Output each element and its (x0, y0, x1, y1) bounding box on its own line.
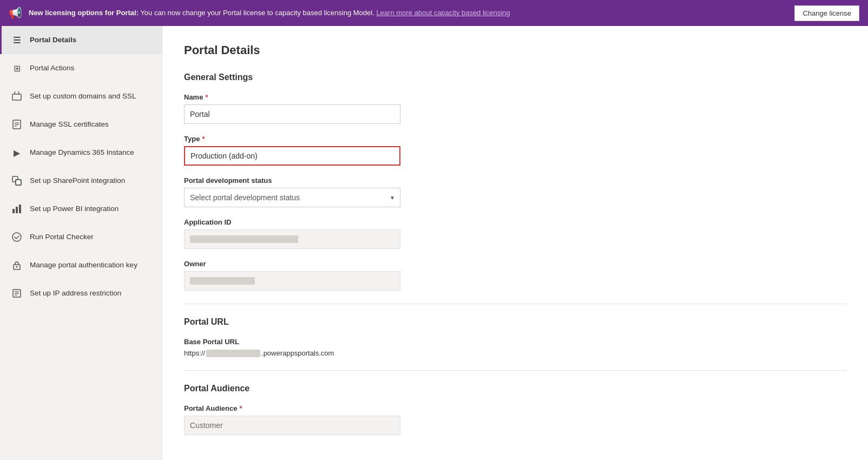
audience-label: Portal Audience * (184, 404, 846, 412)
sidebar-item-ip-restriction[interactable]: Set up IP address restriction (0, 279, 162, 307)
banner-icon: 📢 (9, 6, 22, 19)
audience-value: Customer (184, 416, 400, 435)
portal-audience-title: Portal Audience (184, 384, 846, 393)
type-input[interactable] (184, 146, 400, 166)
svg-rect-8 (12, 209, 15, 213)
play-icon: ▶ (10, 146, 23, 159)
dev-status-label: Portal development status (184, 176, 846, 185)
svg-point-11 (12, 233, 21, 241)
certificate-icon (10, 118, 23, 131)
list-icon: ☰ (10, 34, 23, 47)
section-divider-2 (184, 370, 846, 371)
app-id-redacted (190, 235, 298, 243)
banner-text: New licensing options for Portal: You ca… (29, 8, 788, 18)
sidebar-item-custom-domains[interactable]: Set up custom domains and SSL (0, 82, 162, 110)
svg-rect-6 (16, 180, 21, 185)
sidebar-item-portal-checker[interactable]: Run Portal Checker (0, 223, 162, 251)
chart-icon (10, 202, 23, 215)
section-divider-1 (184, 304, 846, 304)
checker-icon (10, 231, 23, 244)
change-license-button[interactable]: Change license (794, 5, 859, 21)
sidebar-item-portal-details[interactable]: ☰ Portal Details (0, 26, 162, 54)
sidebar-item-portal-actions[interactable]: ⊞ Portal Actions (0, 54, 162, 82)
portal-audience-section: Portal Audience Portal Audience * Custom… (184, 384, 846, 435)
restriction-icon (10, 287, 23, 300)
sharepoint-icon (10, 174, 23, 187)
domain-icon (10, 90, 23, 103)
general-settings-title: General Settings (184, 73, 846, 82)
general-settings-section: General Settings Name * Type * (184, 73, 846, 291)
portal-url-title: Portal URL (184, 317, 846, 327)
dev-status-field-group: Portal development status Select portal … (184, 176, 846, 207)
sidebar-item-power-bi[interactable]: Set up Power BI integration (0, 195, 162, 223)
content-area: Portal Details General Settings Name * T… (162, 26, 868, 460)
sidebar-item-ssl-certs[interactable]: Manage SSL certificates (0, 110, 162, 139)
url-redacted (206, 350, 260, 357)
app-id-field-group: Application ID (184, 218, 846, 249)
svg-rect-0 (12, 94, 21, 100)
name-input[interactable] (184, 104, 400, 124)
owner-redacted (190, 277, 255, 285)
dev-status-select[interactable]: Select portal development status (184, 188, 400, 207)
base-url-label: Base Portal URL (184, 338, 846, 346)
dev-status-select-wrapper: Select portal development status (184, 188, 400, 207)
app-id-value (184, 229, 400, 249)
portal-url-section: Portal URL Base Portal URL https:// .pow… (184, 317, 846, 357)
name-label: Name * (184, 93, 846, 101)
lock-icon (10, 259, 23, 272)
sidebar-item-auth-key[interactable]: Manage portal authentication key (0, 251, 162, 279)
sidebar-item-sharepoint[interactable]: Set up SharePoint integration (0, 167, 162, 195)
sidebar: ☰ Portal Details ⊞ Portal Actions Set up… (0, 26, 162, 460)
owner-value (184, 271, 400, 291)
type-required-star: * (202, 135, 205, 143)
app-id-label: Application ID (184, 218, 846, 226)
main-layout: ☰ Portal Details ⊞ Portal Actions Set up… (0, 26, 868, 460)
type-field-group: Type * (184, 135, 846, 166)
owner-label: Owner (184, 260, 846, 268)
audience-field-group: Portal Audience * Customer (184, 404, 846, 435)
learn-more-link[interactable]: Learn more about capacity based licensin… (376, 9, 510, 17)
svg-point-13 (16, 266, 18, 268)
name-field-group: Name * (184, 93, 846, 124)
page-title: Portal Details (184, 43, 846, 57)
owner-field-group: Owner (184, 260, 846, 291)
svg-rect-9 (16, 207, 18, 213)
svg-rect-10 (19, 205, 21, 213)
type-label: Type * (184, 135, 846, 143)
licensing-banner: 📢 New licensing options for Portal: You … (0, 0, 868, 26)
grid-icon: ⊞ (10, 62, 23, 75)
name-required-star: * (205, 93, 208, 101)
base-url-value: https:// .powerappsportals.com (184, 349, 846, 357)
audience-required-star: * (239, 404, 242, 412)
sidebar-item-dynamics-instance[interactable]: ▶ Manage Dynamics 365 Instance (0, 139, 162, 167)
base-url-field-group: Base Portal URL https:// .powerappsporta… (184, 338, 846, 357)
